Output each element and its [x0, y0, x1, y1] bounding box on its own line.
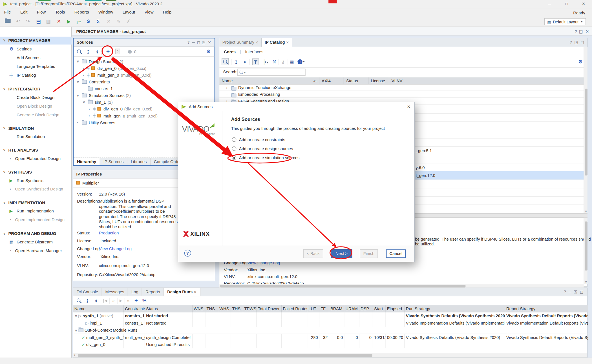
scroll-down-icon[interactable]: ∨ — [584, 280, 588, 284]
info-icon[interactable]: i — [298, 59, 302, 64]
column-vlnv[interactable]: VLNV — [389, 77, 587, 84]
caret-down-icon[interactable]: ∨ — [77, 58, 79, 65]
vertical-scrollbar[interactable]: ∨ — [584, 218, 587, 284]
copy-icon[interactable]: ▥ — [45, 18, 52, 25]
col-tpws[interactable]: TPWS — [243, 305, 257, 312]
expand-all-icon[interactable] — [94, 298, 98, 303]
col-tns[interactable]: TNS — [206, 305, 218, 312]
menu-view[interactable]: View — [140, 8, 158, 16]
run-row-impl1[interactable]: ▷ impl_1 constrs_1 Not started Vivado Im… — [73, 319, 588, 327]
caret-down-icon[interactable]: ∨ — [83, 99, 85, 106]
horizontal-scrollbar[interactable]: ‹ — [73, 353, 587, 357]
subtab-cores[interactable]: Cores — [224, 49, 236, 54]
nav-open-synthesized-design[interactable]: ›Open Synthesized Design — [0, 185, 72, 193]
nav-run-implementation[interactable]: ▶Run Implementation — [0, 207, 72, 215]
tab-log[interactable]: Log — [128, 288, 142, 296]
float-icon[interactable]: ◳ — [202, 39, 206, 46]
caret-down-icon[interactable]: ∨ — [77, 79, 79, 85]
group-by-icon[interactable]: ╠▼ — [263, 59, 269, 65]
section-simulation[interactable]: ∨SIMULATION — [0, 125, 72, 132]
close-icon[interactable]: ✕ — [586, 27, 589, 35]
run-row-mult-gen-synth[interactable]: ✓ mult_gen_0_synth_1 mult_gen_0 synth_de… — [73, 334, 588, 341]
search-icon[interactable] — [77, 49, 81, 54]
help-icon[interactable]: ? — [570, 40, 572, 45]
open-project-icon[interactable] — [4, 18, 11, 25]
expand-all-icon[interactable] — [95, 49, 100, 54]
col-report-strategy[interactable]: Report Strategy — [505, 305, 588, 312]
float-icon[interactable]: ◳ — [574, 289, 578, 294]
tree-item-constrs1[interactable]: constrs_1 — [74, 85, 213, 92]
maximize-icon[interactable]: □ — [558, 0, 575, 8]
menu-tools[interactable]: Tools — [51, 8, 69, 16]
tab-ip-catalog[interactable]: IP Catalog ✕ — [261, 38, 292, 47]
col-ff[interactable]: FF — [319, 305, 329, 312]
option-simulation-sources[interactable]: Add or create simulation sources — [232, 156, 299, 160]
settings-gear-icon[interactable]: ⚙ — [578, 59, 583, 65]
caret-down-icon[interactable]: ∨ — [77, 92, 79, 99]
close-icon[interactable]: ✕ — [194, 290, 196, 294]
run-icon[interactable]: ▶ — [65, 18, 72, 25]
menu-window[interactable]: Window — [94, 8, 117, 16]
section-implementation[interactable]: ∨IMPLEMENTATION — [0, 199, 72, 207]
filter-icon[interactable] — [252, 58, 259, 65]
sum-icon[interactable]: Σ — [94, 18, 102, 25]
dialog-title-bar[interactable]: Add Sources ✕ — [178, 102, 414, 111]
col-total-power[interactable]: Total Power — [257, 305, 282, 312]
expand-all-icon[interactable] — [242, 59, 247, 64]
col-wns[interactable]: WNS — [193, 305, 206, 312]
run-row-synth1[interactable]: ∨ ▷ synth_1 (active) constrs_1 Not start… — [73, 312, 588, 319]
maximize-icon[interactable]: ◻ — [580, 289, 583, 294]
nav-open-hardware-manager[interactable]: ›Open Hardware Manager — [0, 247, 72, 254]
change-log-link[interactable]: View Change Log — [99, 247, 132, 251]
menu-reports[interactable]: Reports — [70, 8, 93, 16]
caret-right-icon[interactable]: › — [77, 119, 78, 126]
tree-item-design-sources[interactable]: ∨ Design Sources(2) — [74, 58, 213, 65]
settings-gear-icon[interactable]: ⚙ — [206, 49, 211, 54]
redo-icon[interactable]: ↷ — [24, 18, 32, 25]
create-runs-icon[interactable]: + — [134, 297, 138, 304]
tree-item-simulation-sources[interactable]: ∨ Simulation Sources(2) — [74, 92, 213, 99]
back-button[interactable]: < Back — [303, 249, 323, 258]
caret-right-icon[interactable]: › — [89, 106, 90, 112]
col-whs[interactable]: WHS — [218, 305, 231, 312]
finish-button[interactable]: Finish — [360, 249, 378, 258]
radio-icon[interactable] — [232, 137, 236, 142]
catalog-row-embedded[interactable]: › Embedded Processing — [219, 91, 587, 98]
add-sources-icon[interactable]: + — [105, 48, 111, 55]
col-failed-routes[interactable]: Failed Routes — [282, 305, 307, 312]
column-status[interactable]: Status — [344, 77, 368, 84]
col-constraints[interactable]: Constraints — [124, 305, 145, 312]
close-icon[interactable]: ✕ — [407, 102, 410, 111]
nav-generate-block-design[interactable]: Generate Block Design — [0, 111, 72, 119]
menu-layout[interactable]: Layout — [118, 8, 139, 16]
first-step-icon[interactable]: ◀ — [103, 299, 107, 302]
col-name[interactable]: Name — [73, 305, 124, 312]
column-license[interactable]: License — [368, 77, 389, 84]
license-key-icon[interactable]: ⚷ — [281, 59, 285, 65]
caret-right-icon[interactable]: › — [226, 84, 227, 91]
forward-icon[interactable]: » — [127, 298, 130, 303]
catalog-row-dfx[interactable]: › Dynamic Function eXchange — [219, 84, 587, 91]
nav-run-synthesis[interactable]: ▶Run Synthesis — [0, 177, 72, 184]
nav-create-block-design[interactable]: Create Block Design — [0, 94, 72, 101]
section-project-manager[interactable]: ∨PROJECT MANAGER — [0, 37, 72, 44]
tab-tcl-console[interactable]: Tcl Console — [73, 288, 102, 296]
nav-settings[interactable]: ⚙Settings — [0, 45, 72, 53]
nav-run-simulation[interactable]: Run Simulation — [0, 133, 72, 140]
menu-help[interactable]: Help — [159, 8, 176, 16]
edit-icon[interactable]: ✎ — [115, 18, 122, 25]
tree-item-mult-gen[interactable]: ›╪ mult_gen_0(mult_gen_0.xci) — [74, 72, 213, 78]
radio-selected-icon[interactable] — [232, 156, 236, 160]
menu-file[interactable]: File — [0, 8, 15, 16]
tree-item-constraints[interactable]: ∨ Constraints — [74, 79, 213, 85]
delete-icon[interactable]: ✕ — [55, 18, 63, 25]
col-run-strategy[interactable]: Run Strategy — [405, 305, 505, 312]
tab-libraries[interactable]: Libraries — [127, 158, 151, 165]
cancel-run-icon[interactable]: ✕ — [105, 18, 112, 25]
option-constraints[interactable]: Add or create constraints — [232, 137, 285, 142]
nav-open-elaborated-design[interactable]: ›Open Elaborated Design — [0, 155, 72, 162]
tab-project-summary[interactable]: Project Summary ✕ — [219, 38, 261, 47]
section-rtl-analysis[interactable]: ∨RTL ANALYSIS — [0, 147, 72, 154]
section-ip-integrator[interactable]: ∨IP INTEGRATOR — [0, 85, 72, 93]
search-icon[interactable] — [222, 58, 229, 65]
